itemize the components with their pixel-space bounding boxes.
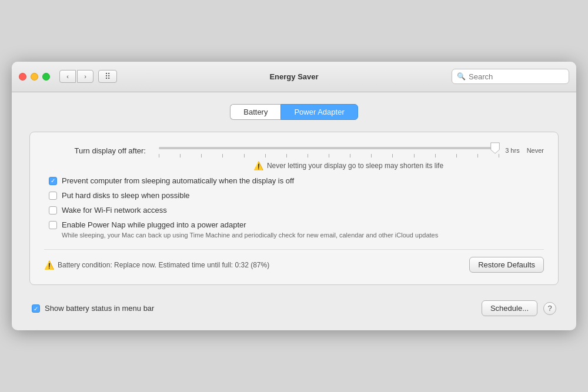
hard-disks-checkbox[interactable] [49, 192, 57, 200]
minimize-button[interactable] [31, 73, 38, 81]
schedule-button[interactable]: Schedule... [482, 300, 537, 316]
hard-disks-label: Put hard disks to sleep when possible [62, 191, 190, 200]
show-battery-row: ✓ Show battery status in menu bar [32, 304, 154, 313]
display-warning-row: ⚠️ Never letting your display go to slee… [44, 161, 544, 170]
help-button[interactable]: ? [543, 302, 556, 315]
checkbox-row-wifi: Wake for Wi-Fi network access [44, 206, 544, 215]
checkbox-row-hard-disks: Put hard disks to sleep when possible [44, 191, 544, 200]
prevent-sleep-checkbox[interactable]: ✓ [49, 177, 57, 185]
slider-track[interactable] [159, 144, 499, 152]
battery-warning-icon: ⚠️ [44, 260, 54, 270]
checkbox-row-prevent-sleep: ✓ Prevent computer from sleeping automat… [44, 176, 544, 185]
forward-button[interactable]: › [77, 70, 93, 83]
grid-button[interactable]: ⠿ [98, 70, 117, 83]
footer-right: Schedule... ? [482, 300, 556, 316]
power-adapter-tab[interactable]: Power Adapter [280, 104, 358, 120]
slider-3hrs-label: 3 hrs [505, 147, 519, 154]
prevent-sleep-label-container: Prevent computer from sleeping automatic… [62, 176, 294, 185]
power-nap-label: Enable Power Nap while plugged into a po… [62, 220, 438, 229]
wifi-label-container: Wake for Wi-Fi network access [62, 206, 167, 215]
segmented-control: Battery Power Adapter [29, 104, 559, 120]
battery-tab[interactable]: Battery [230, 104, 280, 120]
restore-defaults-button[interactable]: Restore Defaults [469, 257, 544, 273]
warning-icon: ⚠️ [253, 161, 263, 170]
prevent-sleep-label: Prevent computer from sleeping automatic… [62, 176, 294, 185]
traffic-lights [19, 73, 50, 81]
settings-panel: Turn display off after: [29, 132, 559, 285]
slider-container [159, 144, 499, 158]
show-battery-checkbox[interactable]: ✓ [32, 304, 40, 313]
power-nap-sublabel: While sleeping, your Mac can back up usi… [62, 231, 438, 240]
battery-status: ⚠️ Battery condition: Replace now. Estim… [44, 260, 269, 270]
slider-track-inner [159, 147, 499, 149]
slider-ticks [159, 154, 499, 158]
search-icon: 🔍 [457, 72, 466, 81]
search-input[interactable] [469, 72, 564, 81]
display-sleep-label: Turn display off after: [44, 146, 153, 155]
power-nap-checkbox[interactable] [49, 221, 57, 229]
main-content: Battery Power Adapter Turn display off a… [12, 92, 576, 330]
nav-buttons: ‹ › [59, 70, 93, 83]
close-button[interactable] [19, 73, 26, 81]
wifi-label: Wake for Wi-Fi network access [62, 206, 167, 215]
slider-thumb[interactable] [490, 142, 500, 154]
power-nap-label-container: Enable Power Nap while plugged into a po… [62, 220, 438, 240]
checkbox-row-power-nap: Enable Power Nap while plugged into a po… [44, 220, 544, 240]
checkboxes-section: ✓ Prevent computer from sleeping automat… [44, 176, 544, 240]
show-battery-label: Show battery status in menu bar [45, 304, 154, 313]
main-window: ‹ › ⠿ Energy Saver 🔍 Battery Power Adapt… [12, 62, 576, 330]
titlebar: ‹ › ⠿ Energy Saver 🔍 [12, 62, 576, 92]
slider-never-label: Never [527, 147, 544, 154]
hard-disks-label-container: Put hard disks to sleep when possible [62, 191, 190, 200]
back-button[interactable]: ‹ [59, 70, 76, 83]
panel-bottom: ⚠️ Battery condition: Replace now. Estim… [44, 249, 544, 273]
display-sleep-slider-row: Turn display off after: [44, 144, 544, 158]
maximize-button[interactable] [42, 73, 50, 81]
window-title: Energy Saver [269, 72, 318, 81]
footer: ✓ Show battery status in menu bar Schedu… [29, 294, 559, 319]
display-warning-text: Never letting your display go to sleep m… [267, 162, 443, 170]
slider-right-labels: 3 hrs Never [505, 147, 544, 154]
search-box[interactable]: 🔍 [452, 69, 569, 84]
wifi-checkbox[interactable] [49, 206, 57, 215]
battery-status-text: Battery condition: Replace now. Estimate… [58, 261, 269, 269]
